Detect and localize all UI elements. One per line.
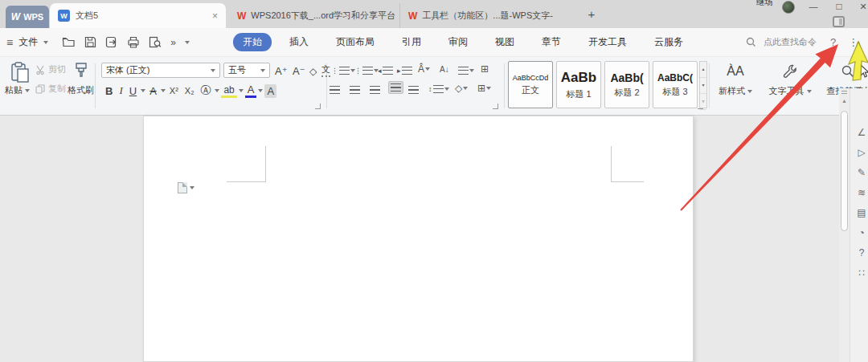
cut-button[interactable]: 剪切 (35, 63, 66, 75)
chevron-down-icon[interactable] (258, 89, 263, 92)
settings-icon[interactable]: ≋ (854, 187, 868, 198)
justify-button[interactable] (388, 81, 403, 94)
distribute-button[interactable] (408, 83, 419, 96)
tab-view[interactable]: 视图 (485, 33, 524, 51)
format-painter-button[interactable]: 格式刷 (68, 84, 94, 96)
clear-format-icon[interactable]: ◇ (309, 63, 317, 77)
character-shading-button[interactable]: A (264, 84, 276, 98)
customize-toolbar-icon[interactable] (185, 41, 190, 44)
paste-icon[interactable] (10, 62, 31, 83)
underline-button[interactable]: U (127, 84, 139, 98)
help-panel-icon[interactable]: ? (854, 247, 868, 258)
print-icon[interactable] (127, 36, 140, 48)
ruler-tool-icon[interactable]: ∠ (854, 127, 868, 138)
tab-toolbar-ribbon[interactable]: W 工具栏（功能区）...题-WPS文字- (399, 3, 560, 28)
gallery-down-icon[interactable]: ▾ (700, 78, 706, 94)
superscript-button[interactable]: X² (167, 85, 181, 96)
open-folder-icon[interactable] (62, 36, 76, 48)
search-command-hint[interactable]: 点此查找命令 (764, 36, 817, 48)
document-area[interactable] (0, 116, 868, 362)
save-icon[interactable] (84, 36, 96, 48)
split-view-handle[interactable] (841, 91, 847, 95)
select-tool-icon[interactable]: ▷ (854, 147, 868, 158)
apps-grid-icon[interactable]: ∷ (854, 267, 868, 279)
notes-panel-icon[interactable]: ▤ (854, 207, 868, 218)
new-style-button[interactable]: ÀA 新样式 (710, 61, 760, 97)
bullet-list-button[interactable]: ⋮ (331, 64, 355, 77)
subscript-button[interactable]: X₂ (182, 85, 197, 96)
copy-button[interactable]: 复制 (35, 83, 66, 95)
bold-button[interactable]: B (103, 84, 115, 98)
strikethrough-button[interactable]: A (147, 84, 159, 98)
format-painter-icon[interactable] (72, 62, 90, 81)
highlight-color-button[interactable]: ab (221, 84, 236, 98)
font-size-select[interactable]: 五号 (223, 63, 270, 78)
enclose-characters-button[interactable]: Ⓐ (198, 83, 213, 99)
vertical-scrollbar[interactable]: ▲ (839, 88, 850, 362)
minimize-button[interactable]: — (804, 0, 823, 14)
maximize-button[interactable]: □ (829, 0, 849, 14)
align-center-button[interactable] (350, 83, 360, 96)
chevron-down-icon[interactable] (215, 89, 219, 92)
font-dialog-launcher[interactable] (315, 104, 321, 109)
align-right-button[interactable] (370, 83, 380, 96)
tab-page-layout[interactable]: 页面布局 (326, 33, 384, 51)
align-left-button[interactable] (330, 83, 340, 96)
change-case-button[interactable]: Â (418, 63, 430, 75)
paste-options-button[interactable] (178, 182, 194, 193)
new-tab-button[interactable]: + (583, 6, 600, 22)
numbered-list-button[interactable]: ⋮ (354, 64, 379, 77)
tab-references[interactable]: 引用 (392, 33, 431, 51)
shading-button[interactable]: ◇ (455, 82, 468, 95)
tab-document[interactable]: W 文档5 × (50, 3, 226, 28)
user-avatar[interactable] (782, 1, 795, 14)
paste-button[interactable]: 粘贴 (5, 84, 23, 96)
chevron-down-icon[interactable] (161, 89, 166, 92)
workspace-panel-icon[interactable] (833, 16, 845, 27)
tab-home[interactable]: 开始 (233, 33, 272, 51)
tab-review[interactable]: 审阅 (439, 33, 477, 51)
close-button[interactable]: ✕ (854, 0, 868, 14)
pinyin-guide-icon[interactable]: 文 (321, 63, 330, 77)
font-family-select[interactable]: 宋体 (正文) (101, 63, 220, 78)
gallery-more-icon[interactable]: ▿ (700, 94, 706, 110)
line-spacing-button[interactable]: ↕ (428, 83, 449, 96)
chevron-down-icon[interactable] (239, 89, 244, 92)
grow-font-button[interactable]: A⁺ (275, 63, 288, 77)
font-color-button[interactable]: A (245, 83, 257, 98)
decrease-indent-button[interactable]: ◂ (378, 64, 393, 77)
wps-home-tab[interactable]: W WPS (6, 6, 49, 28)
help-icon[interactable]: ? (830, 36, 836, 48)
chevron-down-icon[interactable] (25, 89, 30, 92)
gallery-up-icon[interactable]: ▴ (700, 62, 706, 78)
italic-button[interactable]: I (117, 83, 125, 98)
document-page[interactable] (143, 116, 694, 362)
text-tool-button[interactable]: 文字工具 (762, 61, 818, 97)
style-heading1[interactable]: AaBb 标题 1 (556, 61, 601, 108)
hamburger-menu-icon[interactable]: ≡ (6, 36, 13, 49)
file-menu[interactable]: 文件 (18, 35, 38, 49)
tab-section[interactable]: 章节 (532, 33, 571, 51)
more-commands-icon[interactable]: » (170, 37, 176, 48)
sort-button[interactable]: A↓ (440, 63, 449, 75)
history-icon[interactable]: ◔ (854, 227, 868, 238)
style-heading2[interactable]: AaBb( 标题 2 (604, 61, 649, 108)
scrollbar-thumb[interactable] (841, 111, 848, 231)
tab-cloud[interactable]: 云服务 (645, 33, 693, 51)
search-icon[interactable] (746, 37, 756, 47)
chevron-down-icon[interactable] (141, 89, 145, 92)
tab-close-icon[interactable]: × (212, 10, 218, 22)
scroll-up-icon[interactable]: ▲ (839, 98, 850, 104)
export-pdf-icon[interactable] (105, 36, 118, 48)
text-frame-button[interactable]: ⊞ (481, 63, 489, 75)
tab-developer[interactable]: 开发工具 (579, 33, 637, 51)
print-preview-icon[interactable] (149, 36, 162, 48)
tab-wps2016-download[interactable]: W WPS2016下载_...ord学习和分享平台 (229, 3, 396, 28)
style-heading3[interactable]: AaBbC( 标题 3 (653, 61, 698, 108)
collapse-ribbon-button[interactable]: ∧ (850, 37, 866, 51)
tab-insert[interactable]: 插入 (280, 33, 318, 51)
borders-button[interactable]: ⊞ (477, 82, 491, 95)
edit-tool-icon[interactable]: ✎ (854, 167, 868, 178)
increase-indent-button[interactable]: ▸ (397, 64, 412, 77)
show-marks-button[interactable] (458, 64, 474, 77)
